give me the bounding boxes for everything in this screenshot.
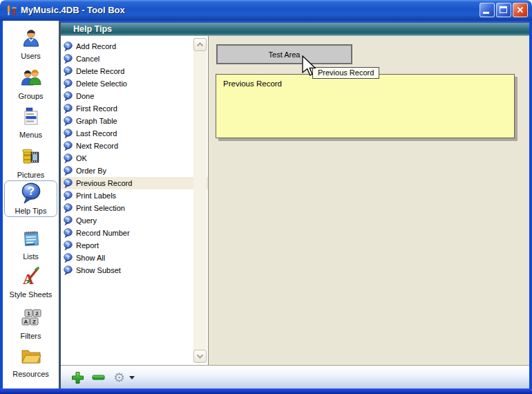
maximize-icon <box>500 6 507 13</box>
help-bubble-icon <box>64 191 73 201</box>
maximize-button[interactable] <box>496 3 511 17</box>
help-bubble-icon <box>64 241 73 251</box>
sidebar-item-label: Menus <box>19 131 42 139</box>
test-area-button[interactable]: Test Area <box>216 44 352 64</box>
list-item-show-subset[interactable]: Show Subset <box>61 264 208 276</box>
help-bubble-icon <box>64 41 73 52</box>
svg-text:A: A <box>23 319 28 325</box>
list-item-order-by[interactable]: Order By <box>61 165 208 177</box>
help-tips-list: Add Record Cancel Delete Record Delete S… <box>61 36 209 365</box>
groups-icon <box>19 66 43 91</box>
scroll-down-button[interactable] <box>193 350 207 363</box>
sidebar-item-label: Help Tips <box>15 207 47 215</box>
pictures-icon <box>19 145 43 170</box>
help-bubble-icon <box>21 182 41 206</box>
help-bubble-icon <box>64 253 73 263</box>
sidebar-item-label: Resources <box>12 370 49 378</box>
list-item-cancel[interactable]: Cancel <box>61 53 208 65</box>
list-item-done[interactable]: Done <box>61 90 208 102</box>
help-bubble-icon <box>64 166 73 176</box>
sidebar-item-users[interactable]: Users <box>4 25 57 62</box>
list-item-record-number[interactable]: Record Number <box>61 227 208 239</box>
mouse-cursor-icon <box>301 55 316 79</box>
filters-icon: 1 2 A Z <box>19 306 43 331</box>
titlebar[interactable]: MyMusic.4DB - Tool Box ✕ <box>0 0 532 21</box>
chevron-up-icon <box>196 42 204 47</box>
scroll-up-button[interactable] <box>193 38 207 51</box>
help-bubble-icon <box>64 116 73 126</box>
app-window: MyMusic.4DB - Tool Box ✕ Users <box>0 0 532 394</box>
window-border-bottom <box>0 388 532 394</box>
plus-icon <box>71 371 84 384</box>
help-bubble-icon <box>64 265 73 276</box>
svg-text:A: A <box>23 270 34 288</box>
chevron-down-icon <box>196 354 204 359</box>
options-button[interactable]: ⚙ <box>113 366 135 389</box>
tip-text-editor[interactable]: Previous Record <box>216 74 515 138</box>
caret-down-icon <box>129 376 135 379</box>
sidebar-item-label: Filters <box>21 332 41 340</box>
help-bubble-icon <box>64 129 73 139</box>
list-item-report[interactable]: Report <box>61 239 208 252</box>
svg-text:1: 1 <box>27 310 30 317</box>
sidebar-item-help-tips[interactable]: Help Tips <box>4 180 57 217</box>
help-bubble-icon <box>64 79 73 89</box>
sidebar: Users Groups <box>3 21 59 388</box>
sidebar-item-pictures[interactable]: Pictures <box>4 144 57 180</box>
minimize-button[interactable] <box>479 3 495 17</box>
gear-icon: ⚙ <box>113 371 125 384</box>
content-pane: Help Tips Add Record Cancel Delete Recor… <box>59 21 529 388</box>
help-bubble-icon <box>64 153 73 164</box>
minimize-icon <box>483 12 489 14</box>
sidebar-item-lists[interactable]: Lists <box>4 225 57 262</box>
close-icon: ✕ <box>513 5 527 15</box>
help-bubble-icon <box>64 104 73 114</box>
bottom-toolbar: ⚙ <box>61 365 529 388</box>
list-item-print-labels[interactable]: Print Labels <box>61 189 208 202</box>
svg-text:Z: Z <box>32 319 36 325</box>
list-item-print-selection[interactable]: Print Selection <box>61 202 208 214</box>
help-tip-tooltip: Previous Record <box>312 67 379 79</box>
window-title: MyMusic.4DB - Tool Box <box>21 0 125 21</box>
list-item-ok[interactable]: OK <box>61 152 208 165</box>
list-item-delete-selection[interactable]: Delete Selectio <box>61 77 208 90</box>
list-item-next-record[interactable]: Next Record <box>61 140 208 152</box>
svg-text:2: 2 <box>35 310 39 317</box>
sidebar-item-label: Lists <box>23 252 39 261</box>
help-bubble-icon <box>64 178 73 189</box>
sidebar-item-label: Users <box>21 52 41 60</box>
list-item-add-record[interactable]: Add Record <box>61 40 208 53</box>
page-title: Help Tips <box>61 23 529 36</box>
help-bubble-icon <box>64 91 73 102</box>
sidebar-item-style-sheets[interactable]: A Style Sheets <box>4 263 57 300</box>
list-scrollbar[interactable] <box>193 38 207 363</box>
sidebar-item-label: Groups <box>18 92 43 100</box>
list-item-show-all[interactable]: Show All <box>61 252 208 264</box>
list-item-delete-record[interactable]: Delete Record <box>61 65 208 77</box>
sidebar-item-resources[interactable]: Resources <box>4 343 57 379</box>
help-bubble-icon <box>64 216 73 226</box>
folder-icon <box>19 344 43 369</box>
sidebar-item-label: Style Sheets <box>10 290 53 299</box>
sidebar-item-filters[interactable]: 1 2 A Z Filters <box>4 305 57 341</box>
test-panel: Test Area Previous Record Previous Recor… <box>209 36 529 365</box>
help-bubble-icon <box>64 141 73 151</box>
list-item-first-record[interactable]: First Record <box>61 102 208 115</box>
sidebar-item-menus[interactable]: Menus <box>4 104 57 140</box>
help-bubble-icon <box>64 203 73 214</box>
list-item-last-record[interactable]: Last Record <box>61 127 208 140</box>
minus-icon <box>92 375 105 380</box>
list-item-query[interactable]: Query <box>61 214 208 227</box>
style-sheets-icon: A <box>19 265 43 290</box>
remove-button[interactable] <box>92 366 105 389</box>
sidebar-item-groups[interactable]: Groups <box>4 65 57 102</box>
list-item-graph-table[interactable]: Graph Table <box>61 115 208 127</box>
users-icon <box>19 26 43 51</box>
close-button[interactable]: ✕ <box>513 3 528 17</box>
help-bubble-icon <box>64 54 73 64</box>
window-border-right <box>529 21 532 388</box>
add-button[interactable] <box>71 366 84 389</box>
help-bubble-icon <box>64 66 73 77</box>
help-bubble-icon <box>64 228 73 238</box>
list-item-previous-record[interactable]: Previous Record <box>61 177 208 189</box>
